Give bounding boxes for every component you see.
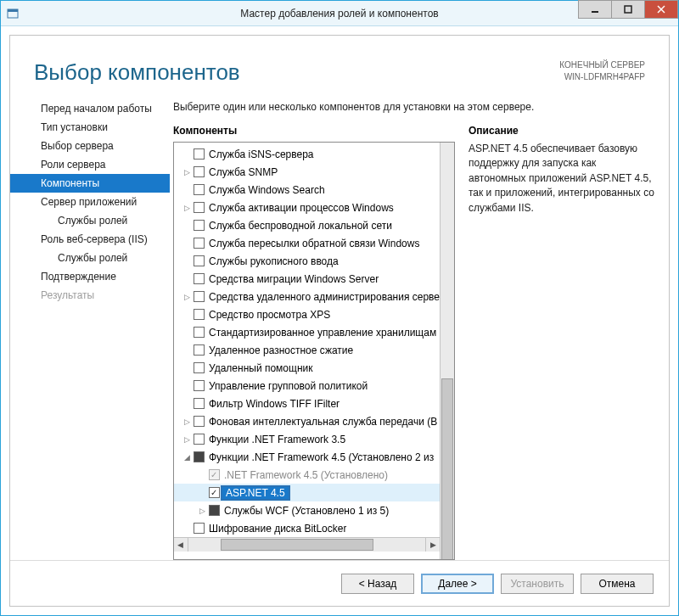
tree-row[interactable]: Служба Windows Search — [174, 181, 440, 199]
checkbox — [209, 469, 220, 480]
checkbox[interactable] — [194, 344, 205, 356]
tree-item-label: Удаленное разностное сжатие — [209, 344, 353, 356]
vertical-scrollbar[interactable] — [440, 143, 454, 559]
tree-row[interactable]: Служба iSNS-сервера — [174, 145, 440, 163]
tree-item-label: Средства миграции Windows Server — [209, 273, 379, 285]
tree-item-label: Служба пересылки обратной связи Windows — [209, 238, 419, 249]
checkbox[interactable] — [194, 220, 205, 231]
nav-item[interactable]: Роли сервера — [10, 155, 170, 174]
tree-row[interactable]: ASP.NET 4.5 — [174, 484, 440, 501]
destination-value: WIN-LDFMRH4PAFP — [559, 71, 645, 83]
tree-row[interactable]: Управление групповой политикой — [174, 377, 440, 395]
tree-item-label: Средства удаленного администрирования се… — [209, 291, 440, 303]
components-label: Компоненты — [173, 125, 455, 137]
nav-item[interactable]: Службы ролей — [10, 249, 170, 267]
checkbox[interactable] — [194, 309, 205, 320]
wizard-inner: Выбор компонентов КОНЕЧНЫЙ СЕРВЕР WIN-LD… — [9, 35, 670, 607]
expander-icon[interactable]: ▷ — [182, 168, 193, 176]
tree-row[interactable]: Службы рукописного ввода — [174, 252, 440, 270]
next-button[interactable]: Далее > — [421, 574, 494, 594]
nav-item[interactable]: Компоненты — [10, 174, 170, 193]
nav-item[interactable]: Выбор сервера — [10, 137, 170, 155]
close-button[interactable] — [644, 0, 678, 19]
svg-rect-1 — [8, 9, 18, 12]
checkbox[interactable] — [194, 398, 205, 409]
vscroll-thumb[interactable] — [441, 378, 453, 560]
app-icon — [6, 7, 20, 20]
tree-row[interactable]: ▷Функции .NET Framework 3.5 — [174, 430, 440, 448]
page-title: Выбор компонентов — [34, 59, 559, 86]
back-button[interactable]: < Назад — [341, 574, 414, 594]
cancel-button[interactable]: Отмена — [581, 574, 654, 594]
expander-icon[interactable]: ▷ — [182, 204, 193, 212]
tree-row[interactable]: Удаленное разностное сжатие — [174, 341, 440, 359]
checkbox[interactable] — [194, 451, 205, 462]
checkbox[interactable] — [194, 255, 205, 266]
tree-row[interactable]: Фильтр Windows TIFF IFilter — [174, 395, 440, 412]
hscroll-track[interactable] — [188, 538, 425, 552]
tree-row[interactable]: Средства миграции Windows Server — [174, 270, 440, 288]
nav-item[interactable]: Службы ролей — [10, 211, 170, 230]
checkbox[interactable] — [194, 416, 205, 427]
scroll-right-button[interactable]: ▶ — [425, 538, 440, 552]
tree-item-label: ASP.NET 4.5 — [221, 485, 290, 501]
checkbox[interactable] — [194, 273, 205, 284]
tree-row[interactable]: ▷Служба SNMP — [174, 163, 440, 181]
header-area: Выбор компонентов КОНЕЧНЫЙ СЕРВЕР WIN-LD… — [10, 36, 669, 94]
tree-row[interactable]: Служба пересылки обратной связи Windows — [174, 234, 440, 252]
components-tree-container: Служба iSNS-сервера▷Служба SNMPСлужба Wi… — [173, 142, 455, 560]
maximize-button[interactable] — [611, 0, 645, 19]
checkbox[interactable] — [194, 202, 205, 213]
nav-item[interactable]: Перед началом работы — [10, 99, 170, 118]
components-tree[interactable]: Служба iSNS-сервера▷Служба SNMPСлужба Wi… — [174, 143, 440, 537]
tree-item-label: Удаленный помощник — [209, 362, 313, 374]
tree-item-label: .NET Framework 4.5 (Установлено) — [224, 469, 388, 481]
tree-row[interactable]: Стандартизированное управление хранилища… — [174, 323, 440, 341]
tree-item-label: Стандартизированное управление хранилища… — [209, 327, 436, 339]
minimize-button[interactable] — [578, 0, 612, 19]
tree-row[interactable]: ◢Функции .NET Framework 4.5 (Установлено… — [174, 448, 440, 466]
checkbox[interactable] — [194, 291, 205, 302]
tree-item-label: Шифрование диска BitLocker — [209, 523, 346, 535]
tree-row[interactable]: ▷Служба активации процессов Windows — [174, 199, 440, 216]
checkbox[interactable] — [194, 327, 205, 338]
expander-icon[interactable]: ▷ — [182, 417, 193, 426]
tree-item-label: Функции .NET Framework 3.5 — [209, 434, 345, 445]
tree-row[interactable]: Служба беспроводной локальной сети — [174, 216, 440, 234]
checkbox[interactable] — [209, 505, 220, 516]
tree-row[interactable]: .NET Framework 4.5 (Установлено) — [174, 466, 440, 484]
checkbox[interactable] — [194, 362, 205, 373]
checkbox[interactable] — [194, 380, 205, 391]
checkbox[interactable] — [194, 238, 205, 249]
tree-row[interactable]: ▷Фоновая интеллектуальная служба передач… — [174, 412, 440, 430]
checkbox[interactable] — [194, 148, 205, 160]
components-tree-body: Служба iSNS-сервера▷Служба SNMPСлужба Wi… — [174, 143, 440, 559]
scroll-left-button[interactable]: ◀ — [174, 538, 188, 552]
expander-icon[interactable]: ◢ — [182, 453, 193, 462]
expander-icon[interactable]: ▷ — [198, 507, 208, 515]
window-controls — [578, 1, 678, 25]
nav-item[interactable]: Сервер приложений — [10, 193, 170, 211]
checkbox[interactable] — [194, 184, 205, 195]
nav-item[interactable]: Тип установки — [10, 118, 170, 137]
expander-icon[interactable]: ▷ — [182, 293, 193, 301]
hscroll-thumb[interactable] — [221, 539, 373, 551]
checkbox[interactable] — [194, 434, 205, 445]
checkbox[interactable] — [194, 523, 205, 534]
tree-row[interactable]: Средство просмотра XPS — [174, 305, 440, 323]
nav-item[interactable]: Подтверждение — [10, 267, 170, 286]
tree-row[interactable]: ▷Службы WCF (Установлено 1 из 5) — [174, 501, 440, 519]
svg-rect-2 — [592, 11, 598, 13]
horizontal-scrollbar[interactable]: ◀ ▶ — [174, 537, 440, 552]
tree-row[interactable]: Шифрование диска BitLocker — [174, 519, 440, 537]
tree-row[interactable]: ▷Средства удаленного администрирования с… — [174, 288, 440, 305]
tree-item-label: Служба беспроводной локальной сети — [209, 220, 392, 232]
footer-buttons: < Назад Далее > Установить Отмена — [10, 560, 669, 606]
tree-row[interactable]: Удаленный помощник — [174, 359, 440, 377]
checkbox[interactable] — [194, 166, 205, 177]
svg-rect-3 — [625, 6, 631, 13]
checkbox[interactable] — [209, 487, 220, 498]
nav-item[interactable]: Роль веб-сервера (IIS) — [10, 230, 170, 249]
tree-item-label: Средство просмотра XPS — [209, 309, 330, 321]
expander-icon[interactable]: ▷ — [182, 435, 193, 444]
